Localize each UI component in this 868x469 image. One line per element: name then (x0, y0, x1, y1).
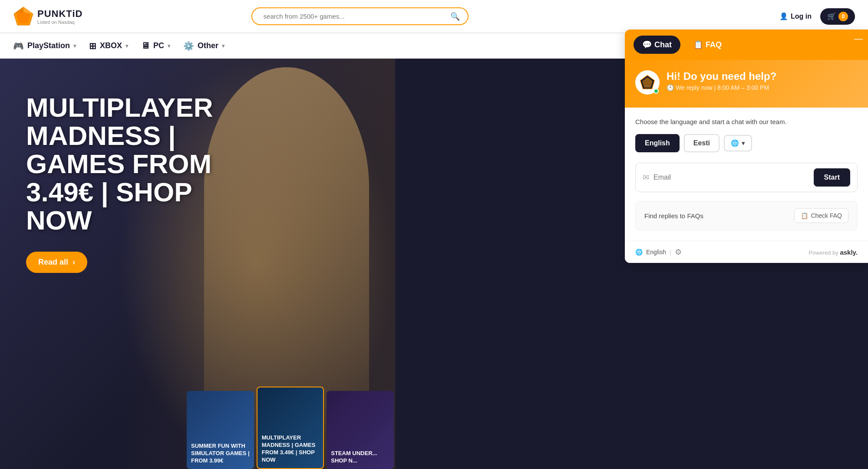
chevron-down-icon: ▾ (73, 43, 76, 49)
check-faq-button[interactable]: 📋 Check FAQ (794, 208, 848, 223)
nav-item-pc[interactable]: 🖥 PC ▾ (141, 37, 170, 54)
faq-row: Find replies to FAQs 📋 Check FAQ (635, 201, 858, 230)
carousel-card-text: STEAM UNDER... SHOP N... (331, 450, 389, 465)
chat-header: Hi! Do you need help? 🕐 We reply now | 8… (625, 60, 868, 108)
playstation-icon: 🎮 (13, 41, 24, 51)
email-icon: ✉ (643, 173, 649, 182)
chat-tab-chat[interactable]: 💬 Chat (634, 36, 680, 54)
email-field[interactable] (653, 174, 809, 181)
header-right: 👤 Log in 🛒 0 (779, 8, 855, 25)
search-input[interactable] (260, 8, 450, 24)
chat-tab-icon: 💬 (642, 40, 652, 49)
carousel-card-text: MULTIPLAYER MADNESS | GAMES FROM 3.49€ |… (262, 434, 319, 464)
nav-label-other: Other (198, 41, 218, 50)
start-button[interactable]: Start (814, 168, 850, 187)
powered-by: Powered by askly. (809, 249, 858, 256)
carousel-card[interactable]: STEAM UNDER... SHOP N... (327, 391, 394, 469)
hero-content: MULTIPLAYER MADNESS | GAMES FROM 3.49€ |… (26, 93, 265, 273)
cart-button[interactable]: 🛒 0 (820, 8, 855, 25)
brand-avatar-icon (640, 75, 655, 90)
chevron-down-icon: ▾ (222, 43, 224, 49)
search-icon[interactable]: 🔍 (450, 12, 460, 21)
nav-item-other[interactable]: ⚙️ Other ▾ (183, 37, 224, 55)
powered-label: Powered by (809, 249, 838, 256)
logo[interactable]: PUNKTiD Listed on Nasdaq (13, 6, 83, 27)
nav-label-xbox: XBOX (100, 41, 122, 50)
chat-widget: — 💬 Chat 📋 FAQ Hi! Do you need help? (625, 30, 868, 263)
xbox-icon: ⊞ (89, 41, 96, 51)
chat-status: 🕐 We reply now | 8:00 AM – 3:00 PM (667, 84, 776, 91)
nav-item-playstation[interactable]: 🎮 PlayStation ▾ (13, 37, 76, 55)
chat-tab-label: Chat (654, 40, 672, 49)
user-icon: 👤 (779, 12, 788, 20)
chat-greeting: Hi! Do you need help? (667, 70, 776, 82)
settings-icon[interactable]: ⚙ (675, 247, 682, 257)
hero-section: MULTIPLAYER MADNESS | GAMES FROM 3.49€ |… (0, 59, 395, 469)
cart-icon: 🛒 (827, 12, 836, 20)
pc-icon: 🖥 (141, 41, 150, 51)
chat-intro: Choose the language and start a chat wit… (635, 118, 858, 125)
faq-icon: 📋 (801, 212, 808, 219)
online-indicator (653, 89, 659, 94)
chat-body: Choose the language and start a chat wit… (625, 108, 868, 241)
read-all-button[interactable]: Read all › (26, 252, 87, 273)
arrow-right-icon: › (73, 258, 75, 267)
chat-status-text: We reply now | 8:00 AM – 3:00 PM (676, 84, 769, 91)
avatar (635, 70, 660, 95)
search-bar[interactable]: 🔍 (251, 7, 469, 25)
nav-label-pc: PC (153, 41, 164, 50)
logo-name: PUNKTiD (37, 8, 83, 20)
chevron-down-icon: ▾ (168, 43, 170, 49)
hero-title: MULTIPLAYER MADNESS | GAMES FROM 3.49€ |… (26, 93, 265, 234)
logo-icon (13, 6, 34, 27)
globe-icon: 🌐 (731, 139, 739, 147)
chat-tab-faq[interactable]: 📋 FAQ (685, 36, 730, 54)
lang-english-button[interactable]: English (635, 134, 680, 152)
carousel: SUMMER FUN WITH SIMULATOR GAMES | FROM 3… (0, 382, 395, 469)
nav-item-xbox[interactable]: ⊞ XBOX ▾ (89, 37, 128, 55)
header: PUNKTiD Listed on Nasdaq 🔍 👤 Log in 🛒 0 (0, 0, 868, 33)
chat-footer: 🌐 English | ⚙ Powered by askly. (625, 241, 868, 263)
footer-lang: English (646, 249, 666, 256)
globe-icon: 🌐 (635, 249, 643, 256)
carousel-card[interactable]: MULTIPLAYER MADNESS | GAMES FROM 3.49€ |… (257, 387, 324, 469)
faq-tab-icon: 📋 (693, 40, 703, 49)
chat-close-button[interactable]: — (854, 34, 863, 44)
clock-icon: 🕐 (667, 84, 674, 91)
carousel-card[interactable]: SUMMER FUN WITH SIMULATOR GAMES | FROM 3… (187, 391, 254, 469)
brand-label: askly. (840, 249, 858, 256)
nav-label-playstation: PlayStation (27, 41, 70, 50)
carousel-card-text: SUMMER FUN WITH SIMULATOR GAMES | FROM 3… (191, 443, 250, 465)
divider: | (670, 249, 671, 256)
logo-nasdaq: Listed on Nasdaq (37, 20, 83, 25)
login-label: Log in (791, 13, 812, 20)
faq-tab-label: FAQ (706, 40, 722, 49)
lang-eesti-button[interactable]: Eesti (684, 134, 719, 152)
faq-text: Find replies to FAQs (644, 212, 703, 220)
read-all-label: Read all (38, 258, 68, 267)
check-faq-label: Check FAQ (811, 212, 842, 219)
email-row: ✉ Start (635, 163, 858, 192)
lang-dropdown[interactable]: 🌐 ▾ (724, 135, 752, 151)
cart-count: 0 (838, 12, 848, 21)
other-icon: ⚙️ (183, 41, 194, 51)
login-button[interactable]: 👤 Log in (779, 12, 812, 20)
chevron-down-icon: ▾ (742, 139, 745, 147)
chevron-down-icon: ▾ (125, 43, 128, 49)
chat-tabs: 💬 Chat 📋 FAQ (625, 30, 868, 60)
language-selector: English Eesti 🌐 ▾ (635, 134, 858, 152)
